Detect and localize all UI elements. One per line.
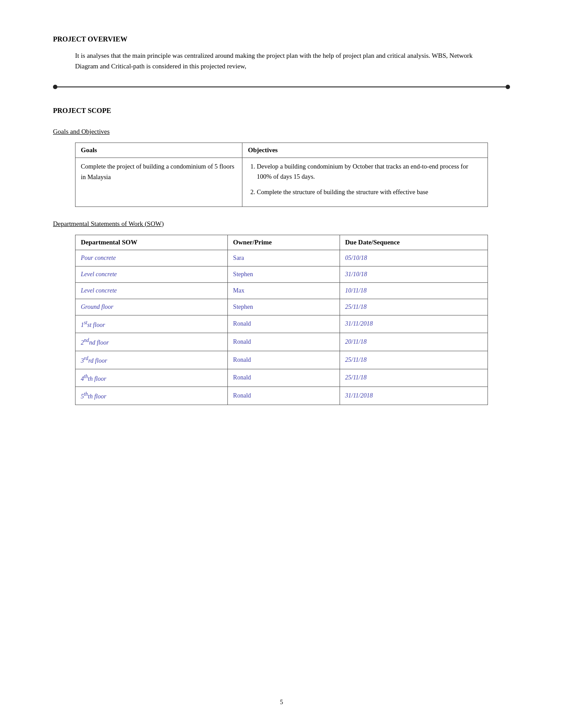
sow-table: Departmental SOW Owner/Prime Due Date/Se… [75, 235, 488, 405]
sow-cell: 3rdrd floor [76, 351, 228, 369]
objective-1: Develop a building condominium by Octobe… [257, 161, 482, 182]
owner-cell: Stephen [227, 299, 340, 315]
sow-header-dept: Departmental SOW [76, 235, 228, 250]
table-row: 2ndnd floorRonald20/11/18 [76, 333, 488, 351]
sow-cell: Ground floor [76, 299, 228, 315]
objective-2: Complete the structure of building the s… [257, 187, 482, 197]
divider-dot-right [506, 85, 510, 89]
sow-cell: Level concrete [76, 266, 228, 282]
table-row: Level concreteStephen31/10/18 [76, 266, 488, 282]
goals-header: Goals [76, 143, 242, 158]
sow-block: Departmental Statements of Work (SOW) De… [53, 220, 510, 405]
goals-objectives-block: Goals and Objectives Goals Objectives Co… [53, 128, 510, 207]
sow-cell: 1stst floor [76, 315, 228, 333]
due-date-cell: 10/11/18 [340, 282, 488, 299]
sow-header-owner: Owner/Prime [227, 235, 340, 250]
owner-cell: Ronald [227, 351, 340, 369]
sow-cell: 4thth floor [76, 369, 228, 387]
project-overview-section: PROJECT OVERVIEW It is analyses that the… [53, 35, 510, 71]
page-number: 5 [0, 699, 563, 706]
table-row: Ground floorStephen25/11/18 [76, 299, 488, 315]
due-date-cell: 31/10/18 [340, 266, 488, 282]
due-date-cell: 25/11/18 [340, 369, 488, 387]
owner-cell: Stephen [227, 266, 340, 282]
owner-cell: Ronald [227, 387, 340, 405]
owner-cell: Ronald [227, 369, 340, 387]
table-row: Pour concreteSara05/10/18 [76, 250, 488, 266]
sow-cell: 5thth floor [76, 387, 228, 405]
divider-dot-left [53, 85, 57, 89]
sow-subtitle: Departmental Statements of Work (SOW) [53, 220, 510, 228]
table-row: 4thth floorRonald25/11/18 [76, 369, 488, 387]
objectives-header: Objectives [242, 143, 488, 158]
table-row: Level concreteMax10/11/18 [76, 282, 488, 299]
sow-cell: Level concrete [76, 282, 228, 299]
owner-cell: Ronald [227, 315, 340, 333]
project-overview-title: PROJECT OVERVIEW [53, 35, 510, 43]
project-overview-body: It is analyses that the main principle w… [75, 50, 488, 71]
table-row: 3rdrd floorRonald25/11/18 [76, 351, 488, 369]
due-date-cell: 25/11/18 [340, 299, 488, 315]
owner-cell: Max [227, 282, 340, 299]
page: PROJECT OVERVIEW It is analyses that the… [0, 0, 563, 728]
section-divider [53, 85, 510, 89]
objectives-cell: Develop a building condominium by Octobe… [242, 158, 488, 207]
goals-table: Goals Objectives Complete the project of… [75, 143, 488, 207]
due-date-cell: 31/11/2018 [340, 387, 488, 405]
table-row: Complete the project of building a condo… [76, 158, 488, 207]
table-row: 1stst floorRonald31/11/2018 [76, 315, 488, 333]
divider-line [57, 86, 506, 87]
goals-objectives-subtitle: Goals and Objectives [53, 128, 510, 135]
sow-cell: Pour concrete [76, 250, 228, 266]
sow-cell: 2ndnd floor [76, 333, 228, 351]
owner-cell: Sara [227, 250, 340, 266]
table-row: 5thth floorRonald31/11/2018 [76, 387, 488, 405]
due-date-cell: 05/10/18 [340, 250, 488, 266]
goal-cell: Complete the project of building a condo… [76, 158, 242, 207]
due-date-cell: 20/11/18 [340, 333, 488, 351]
due-date-cell: 31/11/2018 [340, 315, 488, 333]
due-date-cell: 25/11/18 [340, 351, 488, 369]
project-scope-title: PROJECT SCOPE [53, 107, 510, 115]
sow-header-due: Due Date/Sequence [340, 235, 488, 250]
project-scope-section: PROJECT SCOPE Goals and Objectives Goals… [53, 107, 510, 405]
owner-cell: Ronald [227, 333, 340, 351]
